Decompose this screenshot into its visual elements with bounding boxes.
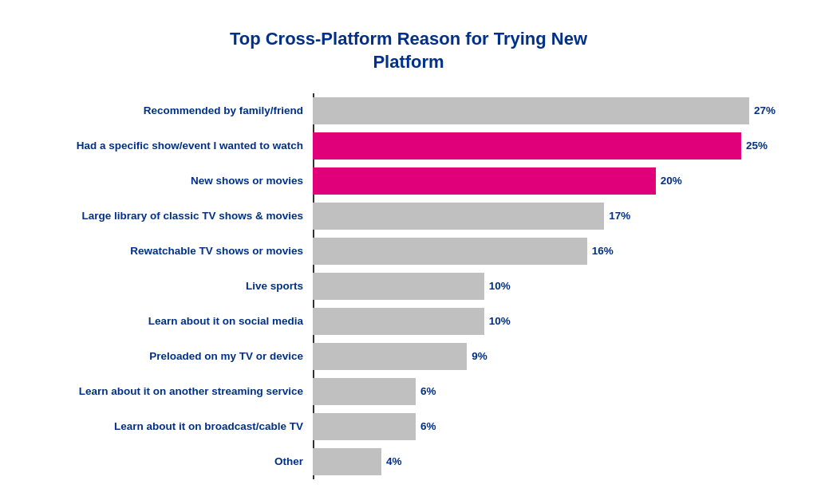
bar-row: Had a specific show/event I wanted to wa… xyxy=(41,128,776,163)
bar-track: 17% xyxy=(313,203,776,230)
bar-label: Other xyxy=(41,455,313,467)
bar-fill xyxy=(313,378,416,405)
bar-track: 6% xyxy=(313,378,776,405)
bar-fill xyxy=(313,413,416,440)
bar-row: New shows or movies20% xyxy=(41,163,776,199)
bar-label: Large library of classic TV shows & movi… xyxy=(41,210,313,222)
bar-label: Live sports xyxy=(41,280,313,292)
bar-value-label: 16% xyxy=(592,245,614,257)
bar-track: 9% xyxy=(313,343,776,370)
bar-track: 16% xyxy=(313,238,776,265)
bar-value-label: 6% xyxy=(420,420,436,432)
bar-fill xyxy=(313,273,484,300)
bar-value-label: 10% xyxy=(489,315,511,327)
bar-label: Learn about it on another streaming serv… xyxy=(41,385,313,397)
bar-row: Preloaded on my TV or device9% xyxy=(41,339,776,374)
bar-fill xyxy=(313,308,484,335)
bar-value-label: 25% xyxy=(746,140,768,152)
bar-track: 27% xyxy=(313,97,776,124)
bar-label: Had a specific show/event I wanted to wa… xyxy=(41,140,313,152)
bar-label: Learn about it on broadcast/cable TV xyxy=(41,420,313,432)
bar-fill xyxy=(313,167,656,195)
bar-label: New shows or movies xyxy=(41,175,313,187)
bar-fill xyxy=(313,343,467,370)
bar-track: 20% xyxy=(313,167,776,195)
bar-track: 10% xyxy=(313,308,776,335)
bar-row: Learn about it on another streaming serv… xyxy=(41,374,776,409)
bar-value-label: 9% xyxy=(472,350,487,362)
bar-value-label: 6% xyxy=(420,385,436,397)
bar-fill xyxy=(313,97,749,124)
bar-track: 10% xyxy=(313,273,776,300)
bar-row: Other4% xyxy=(41,444,776,479)
bar-track: 6% xyxy=(313,413,776,440)
bar-row: Rewatchable TV shows or movies16% xyxy=(41,234,776,269)
bar-row: Recommended by family/friend27% xyxy=(41,93,776,128)
bar-value-label: 27% xyxy=(754,104,776,116)
bar-label: Preloaded on my TV or device xyxy=(41,350,313,362)
bar-row: Learn about it on social media10% xyxy=(41,304,776,339)
bar-row: Learn about it on broadcast/cable TV6% xyxy=(41,409,776,444)
bar-value-label: 20% xyxy=(661,175,682,187)
bar-track: 4% xyxy=(313,448,776,475)
bar-fill xyxy=(313,448,381,475)
bar-row: Large library of classic TV shows & movi… xyxy=(41,199,776,234)
bar-fill xyxy=(313,132,741,159)
bar-fill xyxy=(313,203,604,230)
bar-row: Live sports10% xyxy=(41,269,776,304)
bar-value-label: 4% xyxy=(386,455,402,467)
bar-track: 25% xyxy=(313,132,776,159)
chart-title: Top Cross-Platform Reason for Trying New… xyxy=(41,28,776,73)
chart-area: Recommended by family/friend27%Had a spe… xyxy=(41,93,776,479)
bar-fill xyxy=(313,238,587,265)
bar-label: Learn about it on social media xyxy=(41,315,313,327)
bar-value-label: 17% xyxy=(609,210,630,222)
bar-label: Rewatchable TV shows or movies xyxy=(41,245,313,257)
chart-container: Top Cross-Platform Reason for Trying New… xyxy=(26,9,791,494)
bar-label: Recommended by family/friend xyxy=(41,104,313,116)
bar-value-label: 10% xyxy=(489,280,511,292)
